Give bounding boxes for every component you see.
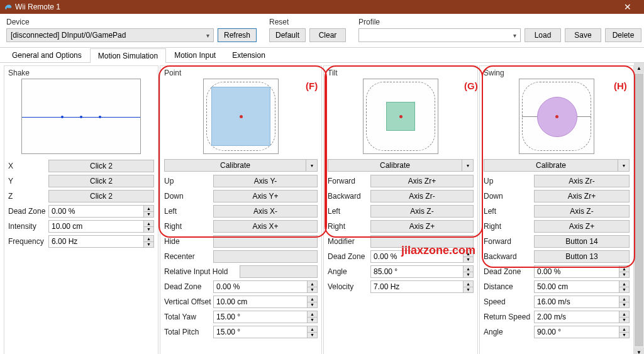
point-spin-down-8[interactable]: ▼ [308,302,317,308]
tilt-spin-up-5[interactable]: ▲ [464,251,473,257]
point-spin-down-7[interactable]: ▼ [308,287,317,293]
shake-spin-down-3[interactable]: ▼ [144,212,153,218]
shake-map-1[interactable]: Click 2 [48,175,154,187]
point-input-10[interactable]: 15.00 °▲▼ [213,326,318,338]
tilt-label-4: Modifier [328,237,370,246]
tilt-input-6[interactable]: 85.00 °▲▼ [370,265,474,278]
shake-input-3[interactable]: 0.00 %▲▼ [48,205,154,218]
tilt-label-3: Right [328,222,370,231]
point-label-10: Total Pitch [164,328,213,336]
point-calibrate[interactable]: Calibrate [164,159,306,172]
close-button[interactable]: ✕ [615,2,640,12]
scroll-up[interactable]: ▲ [634,63,644,73]
point-spin-down-9[interactable]: ▼ [308,318,317,323]
swing-map-5[interactable]: Button 13 [534,250,630,263]
swing-label-8: Speed [484,297,534,306]
point-input-7[interactable]: 0.00 %▲▼ [213,280,318,293]
save-button[interactable]: Save [565,28,601,42]
tilt-calibrate[interactable]: Calibrate [328,159,462,172]
shake-spin-up-3[interactable]: ▲ [144,206,153,212]
swing-map-4[interactable]: Button 14 [534,235,630,248]
tilt-map-3[interactable]: Axis Z+ [370,220,474,233]
swing-spin-down-7[interactable]: ▼ [619,287,629,293]
point-map-5[interactable] [213,250,318,263]
swing-label-7: Distance [484,282,534,291]
tilt-map-1[interactable]: Axis Zr- [370,190,474,202]
swing-spin-up-7[interactable]: ▲ [619,281,629,287]
tilt-calibrate-dd[interactable]: ▾ [462,159,474,172]
default-button[interactable]: Default [269,28,306,42]
swing-input-7[interactable]: 50.00 cm▲▼ [534,280,630,293]
tab-general[interactable]: General and Options [4,48,90,62]
swing-input-6[interactable]: 0.00 %▲▼ [534,265,630,278]
load-button[interactable]: Load [525,28,561,42]
profile-combo[interactable] [358,28,521,42]
swing-spin-down-8[interactable]: ▼ [619,302,629,308]
point-calibrate-dd[interactable]: ▾ [306,159,318,172]
swing-spin-up-6[interactable]: ▲ [619,266,629,272]
tilt-spin-down-5[interactable]: ▼ [464,257,473,263]
tilt-map-0[interactable]: Axis Zr+ [370,175,474,187]
shake-spin-up-5[interactable]: ▲ [144,236,153,242]
swing-spin-down-6[interactable]: ▼ [619,272,629,278]
point-spin-up-8[interactable]: ▲ [308,296,317,302]
point-map-6[interactable] [240,265,318,278]
point-map-0[interactable]: Axis Y- [213,175,318,187]
swing-map-3[interactable]: Axis Z+ [534,220,630,233]
shake-spin-up-4[interactable]: ▲ [144,221,153,227]
point-input-9[interactable]: 15.00 °▲▼ [213,311,318,323]
point-map-1[interactable]: Axis Y+ [213,190,318,202]
point-map-3[interactable]: Axis X+ [213,220,318,233]
point-spin-up-9[interactable]: ▲ [308,311,317,318]
point-spin-down-10[interactable]: ▼ [308,333,317,338]
swing-spin-up-10[interactable]: ▲ [619,326,629,333]
swing-calibrate-dd[interactable]: ▾ [618,159,630,172]
swing-spin-down-9[interactable]: ▼ [619,318,629,323]
panel-scrollbar[interactable]: ▲ ▼ [634,63,644,354]
swing-spin-up-9[interactable]: ▲ [619,311,629,318]
point-input-8[interactable]: 10.00 cm▲▼ [213,296,318,308]
swing-map-2[interactable]: Axis Z- [534,205,630,218]
swing-input-9[interactable]: 2.00 m/s▲▼ [534,311,630,323]
shake-map-0[interactable]: Click 2 [48,160,154,172]
swing-map-0[interactable]: Axis Zr- [534,175,630,187]
swing-input-8[interactable]: 16.00 m/s▲▼ [534,296,630,308]
tab-motion-simulation[interactable]: Motion Simulation [90,48,166,63]
device-combo[interactable]: [disconnected] DInput/0/GamePad [6,28,214,42]
swing-spin-down-10[interactable]: ▼ [619,333,629,338]
swing-map-1[interactable]: Axis Zr+ [534,190,630,202]
tilt-map-4[interactable] [370,235,474,248]
tilt-spin-up-7[interactable]: ▲ [464,281,473,287]
point-map-2[interactable]: Axis X- [213,205,318,218]
swing-input-10[interactable]: 90.00 °▲▼ [534,326,630,338]
shake-input-4[interactable]: 10.00 cm▲▼ [48,220,154,233]
tab-extension[interactable]: Extension [224,48,274,62]
shake-input-5[interactable]: 6.00 Hz▲▼ [48,235,154,248]
profile-label: Profile [358,18,641,26]
point-spin-up-7[interactable]: ▲ [308,281,317,287]
shake-spin-down-5[interactable]: ▼ [144,242,153,248]
tab-motion-input[interactable]: Motion Input [166,48,224,62]
point-label-2: Left [164,207,213,216]
refresh-button[interactable]: Refresh [218,28,257,42]
shake-spin-down-4[interactable]: ▼ [144,227,153,233]
scroll-down[interactable]: ▼ [634,347,644,354]
tilt-spin-up-6[interactable]: ▲ [464,266,473,272]
swing-spin-up-8[interactable]: ▲ [619,296,629,302]
tilt-input-5[interactable]: 0.00 %▲▼ [370,250,474,263]
delete-button[interactable]: Delete [605,28,641,42]
point-spin-up-10[interactable]: ▲ [308,326,317,333]
swing-calibrate[interactable]: Calibrate [484,159,618,172]
panels-container: Shake XClick 2YClick 2ZClick 2Dead Zone0… [0,63,644,354]
tilt-input-7[interactable]: 7.00 Hz▲▼ [370,280,474,293]
shake-map-2[interactable]: Click 2 [48,190,154,202]
tilt-spin-down-7[interactable]: ▼ [464,287,473,293]
clear-button[interactable]: Clear [309,28,346,42]
point-map-4[interactable] [213,235,318,248]
panel-tilt: Tilt Calibrate ▾ ForwardAxis Zr+Backward… [323,65,478,354]
tilt-map-2[interactable]: Axis Z- [370,205,474,218]
scroll-thumb[interactable] [635,74,643,346]
shake-label-2: Z [8,192,48,201]
tilt-spin-down-6[interactable]: ▼ [464,272,473,278]
tabs: General and Options Motion Simulation Mo… [0,48,644,63]
